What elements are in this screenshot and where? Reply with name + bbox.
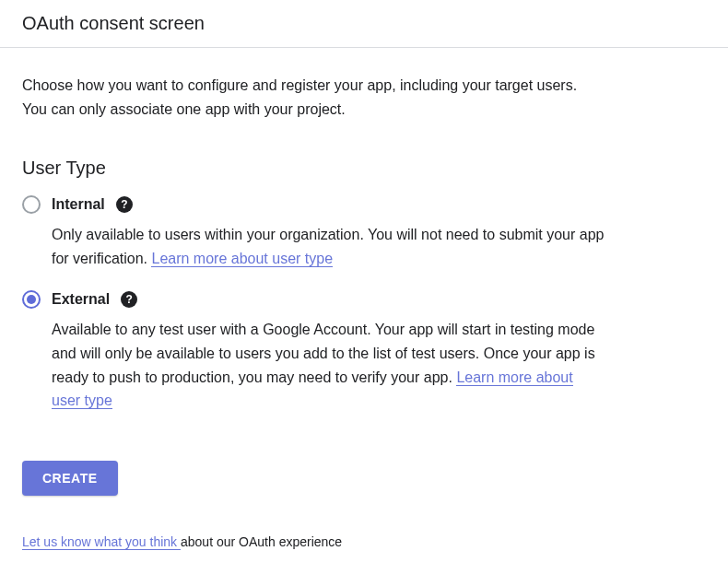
create-button[interactable]: CREATE [22,461,118,496]
feedback-link[interactable]: Let us know what you think [22,534,181,550]
page-title: OAuth consent screen [22,13,706,34]
page-header: OAuth consent screen [0,0,728,48]
internal-learn-more-link[interactable]: Learn more about user type [151,251,333,267]
external-label: External [52,291,110,308]
intro-text: Choose how you want to configure and reg… [22,74,605,121]
internal-radio[interactable] [22,195,41,214]
user-type-heading: User Type [22,158,605,179]
main-content: Choose how you want to configure and reg… [0,48,627,575]
external-radio-row: External ? [22,290,605,309]
internal-description: Only available to users within your orga… [52,223,605,270]
help-icon[interactable]: ? [121,291,137,308]
help-icon[interactable]: ? [116,196,133,213]
external-radio[interactable] [22,290,41,309]
internal-label: Internal [52,196,105,213]
user-type-internal-option: Internal ? Only available to users withi… [22,195,605,270]
feedback-text: about our OAuth experience [181,534,342,549]
user-type-external-option: External ? Available to any test user wi… [22,290,605,412]
external-description: Available to any test user with a Google… [52,318,605,412]
feedback-row: Let us know what you think about our OAu… [22,534,605,549]
internal-radio-row: Internal ? [22,195,605,214]
